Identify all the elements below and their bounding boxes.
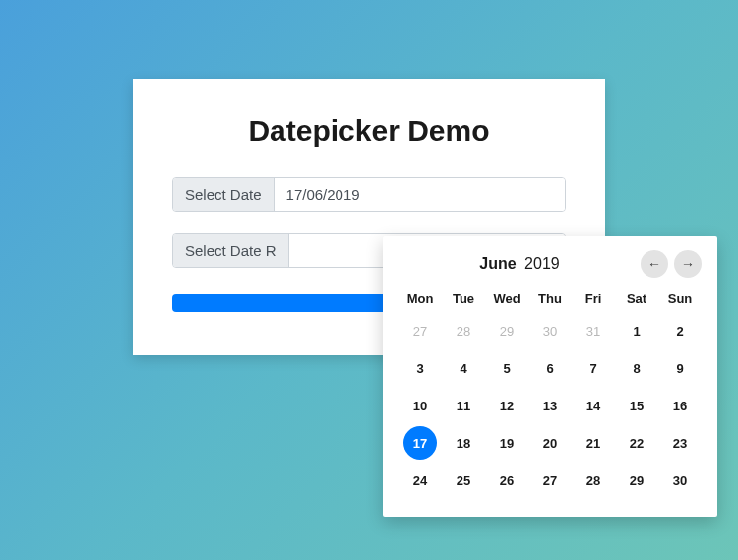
- calendar-day-cell[interactable]: 21: [572, 424, 615, 462]
- calendar-day-cell[interactable]: 17: [403, 426, 437, 460]
- calendar-day-cell[interactable]: 18: [442, 424, 485, 462]
- date-label: Select Date: [173, 178, 275, 211]
- next-month-button[interactable]: →: [674, 250, 702, 278]
- date-input-group: Select Date: [172, 177, 566, 212]
- calendar-day-cell[interactable]: 16: [658, 387, 702, 424]
- calendar-day-header: Tue: [442, 285, 485, 312]
- calendar-day-cell[interactable]: 9: [658, 349, 702, 387]
- calendar-day-cell[interactable]: 20: [528, 424, 572, 462]
- calendar-day-cell[interactable]: 26: [485, 462, 528, 499]
- date-input[interactable]: [275, 178, 565, 211]
- calendar-day-cell[interactable]: 29: [485, 312, 528, 349]
- calendar-popup: June 2019 ← → MonTueWedThuFriSatSun27282…: [383, 236, 717, 517]
- calendar-day-cell[interactable]: 12: [485, 387, 528, 424]
- calendar-day-header: Thu: [528, 285, 572, 312]
- calendar-day-cell[interactable]: 13: [528, 387, 572, 424]
- calendar-day-cell[interactable]: 19: [485, 424, 528, 462]
- calendar-day-cell[interactable]: 10: [399, 387, 442, 424]
- calendar-month: June: [479, 255, 516, 272]
- calendar-day-cell[interactable]: 23: [658, 424, 702, 462]
- calendar-day-cell[interactable]: 30: [658, 462, 702, 499]
- demo-card: Datepicker Demo Select Date Select Date …: [133, 79, 605, 355]
- calendar-day-cell[interactable]: 30: [528, 312, 572, 349]
- calendar-day-cell[interactable]: 27: [528, 462, 572, 499]
- calendar-day-header: Mon: [399, 285, 442, 312]
- calendar-day-header: Fri: [572, 285, 615, 312]
- calendar-nav: ← →: [641, 250, 702, 278]
- calendar-title: June 2019: [399, 255, 641, 273]
- calendar-day-cell[interactable]: 28: [442, 312, 485, 349]
- calendar-day-cell[interactable]: 15: [615, 387, 658, 424]
- calendar-day-cell[interactable]: 8: [615, 349, 658, 387]
- calendar-day-cell[interactable]: 1: [615, 312, 658, 349]
- calendar-day-header: Sat: [615, 285, 658, 312]
- calendar-header: June 2019 ← →: [399, 250, 702, 278]
- calendar-day-cell[interactable]: 3: [399, 349, 442, 387]
- date-range-label: Select Date R: [173, 234, 289, 267]
- calendar-day-cell[interactable]: 2: [658, 312, 702, 349]
- calendar-day-cell[interactable]: 6: [528, 349, 572, 387]
- calendar-day-cell[interactable]: 28: [572, 462, 615, 499]
- calendar-day-cell[interactable]: 27: [399, 312, 442, 349]
- calendar-day-cell[interactable]: 24: [399, 462, 442, 499]
- calendar-grid: MonTueWedThuFriSatSun2728293031123456789…: [399, 285, 702, 499]
- calendar-day-header: Wed: [485, 285, 528, 312]
- calendar-day-header: Sun: [658, 285, 702, 312]
- calendar-day-cell[interactable]: 5: [485, 349, 528, 387]
- calendar-day-cell[interactable]: 31: [572, 312, 615, 349]
- calendar-day-cell[interactable]: 4: [442, 349, 485, 387]
- calendar-day-cell[interactable]: 14: [572, 387, 615, 424]
- calendar-day-cell[interactable]: 11: [442, 387, 485, 424]
- calendar-day-cell[interactable]: 29: [615, 462, 658, 499]
- calendar-day-cell[interactable]: 7: [572, 349, 615, 387]
- page-title: Datepicker Demo: [172, 114, 566, 148]
- calendar-day-cell[interactable]: 22: [615, 424, 658, 462]
- calendar-day-cell[interactable]: 25: [442, 462, 485, 499]
- prev-month-button[interactable]: ←: [641, 250, 668, 278]
- calendar-year: 2019: [524, 255, 560, 272]
